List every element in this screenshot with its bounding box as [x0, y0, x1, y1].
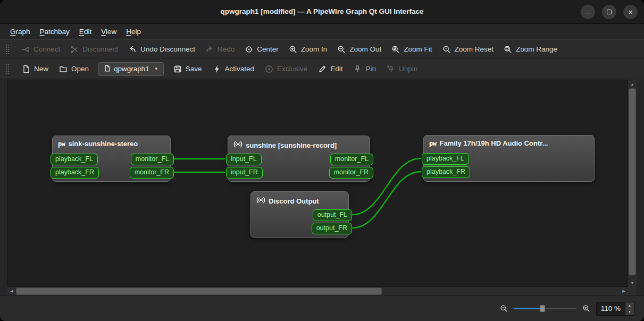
statusbar: 110 % ▲ ▼ [0, 295, 644, 321]
undo-icon [128, 45, 137, 54]
horizontal-scrollbar[interactable]: ◀ ▶ [7, 287, 628, 295]
open-label: Open [71, 65, 89, 73]
activated-bolt-icon [213, 65, 221, 73]
node-header: Discord Output [251, 192, 348, 208]
maximize-button[interactable] [602, 5, 616, 19]
edit-button[interactable]: Edit [317, 62, 344, 76]
port-monitor-fr[interactable]: monitor_FR [329, 167, 373, 179]
center-label: Center [257, 45, 279, 53]
node-header: pw sink-sunshine-stereo [53, 136, 170, 149]
menu-patchbay[interactable]: Patchbay [35, 26, 74, 38]
port-monitor-fr[interactable]: monitor_FR [130, 167, 174, 179]
disconnect-button: Disconnect [69, 43, 119, 56]
file-icon [104, 65, 111, 73]
save-button[interactable]: Save [172, 62, 203, 76]
pin-label: Pin [365, 65, 376, 73]
node-discord-output[interactable]: Discord Output output_FL output_FR [250, 191, 349, 238]
menu-patchbay-label-rest: atchbay [45, 28, 70, 36]
zoom-spinbox[interactable]: 110 % ▲ ▼ [596, 302, 634, 316]
graph-toolbar: Connect Disconnect Undo Disconnect Redo … [0, 39, 644, 59]
open-button[interactable]: Open [58, 62, 90, 76]
minimize-button[interactable]: – [581, 5, 595, 19]
scroll-left-icon[interactable]: ◀ [7, 287, 16, 295]
port-playback-fl[interactable]: playback_FL [51, 154, 98, 165]
menu-edit[interactable]: Edit [74, 26, 96, 38]
spin-up-icon: ▲ [628, 304, 631, 307]
new-file-icon [22, 65, 30, 73]
zoom-out-label: Zoom Out [349, 45, 381, 53]
node-title: Family 17h/19h HD Audio Contr... [439, 139, 548, 147]
zoom-slider[interactable] [514, 303, 576, 314]
disconnect-icon [70, 45, 79, 54]
close-button[interactable]: × [623, 5, 638, 19]
horizontal-scroll-thumb[interactable] [16, 288, 382, 295]
node-sunshine-record[interactable]: sunshine [sunshine-record] input_FL inpu… [228, 136, 370, 182]
disconnect-label: Disconnect [82, 45, 118, 53]
scroll-right-icon[interactable]: ▶ [620, 287, 628, 295]
window-controls: – × [581, 5, 638, 19]
pin-icon [353, 65, 362, 73]
zoom-in-label: Zoom In [301, 45, 328, 53]
redo-icon [205, 45, 214, 54]
minimize-icon: – [586, 9, 590, 16]
spin-down-button[interactable]: ▼ [625, 309, 634, 315]
connect-button: Connect [20, 43, 61, 56]
new-button[interactable]: New [21, 62, 49, 76]
patchbay-file-combo[interactable]: qpwgraph1 ▼ [98, 62, 164, 76]
zoom-reset-button[interactable]: Zoom Reset [441, 43, 495, 56]
graph-canvas[interactable]: pw sink-sunshine-stereo playback_FL play… [7, 80, 628, 287]
exclusive-label: Exclusive [277, 65, 307, 73]
zoom-fit-button[interactable]: Zoom Fit [390, 43, 433, 56]
scroll-down-icon[interactable]: ▼ [628, 278, 637, 287]
port-monitor-fl[interactable]: monitor_FL [131, 154, 174, 165]
undo-disconnect-button[interactable]: Undo Disconnect [127, 43, 196, 56]
toolbar-grip[interactable] [5, 44, 9, 55]
activated-label: Activated [225, 65, 255, 73]
zoom-range-button[interactable]: Zoom Range [503, 43, 558, 56]
unpin-label: Unpin [399, 65, 417, 73]
node-title: sunshine [sunshine-record] [246, 141, 337, 149]
pin-button: Pin [352, 62, 377, 76]
center-icon [245, 45, 253, 54]
toolbar-grip[interactable] [5, 64, 9, 74]
port-playback-fr[interactable]: playback_FR [422, 166, 470, 178]
scrollbar-corner [628, 287, 637, 295]
pipewire-icon: pw [429, 140, 436, 147]
menu-view[interactable]: View [96, 26, 121, 38]
vertical-scrollbar[interactable]: ▲ ▼ [628, 80, 637, 287]
node-header: pw Family 17h/19h HD Audio Contr... [424, 136, 594, 149]
spin-buttons: ▲ ▼ [625, 302, 634, 315]
patchbay-toolbar: New Open qpwgraph1 ▼ Save Activated Excl… [0, 59, 644, 79]
activated-button[interactable]: Activated [212, 62, 256, 76]
scroll-up-icon[interactable]: ▲ [628, 80, 637, 88]
port-monitor-fl[interactable]: monitor_FL [330, 154, 373, 165]
node-sink-sunshine-stereo[interactable]: pw sink-sunshine-stereo playback_FL play… [52, 136, 171, 182]
connect-icon [21, 45, 30, 54]
menu-view-label-rest: iew [106, 28, 116, 36]
titlebar[interactable]: qpwgraph1 [modified] — A PipeWire Graph … [0, 0, 644, 24]
connect-label: Connect [34, 45, 60, 53]
port-input-fl[interactable]: input_FL [226, 154, 262, 165]
port-output-fl[interactable]: output_FL [313, 209, 352, 221]
menu-edit-label: E [79, 28, 84, 36]
zoom-slider-handle[interactable] [540, 305, 545, 312]
center-button[interactable]: Center [244, 43, 280, 56]
spin-up-button[interactable]: ▲ [625, 302, 634, 309]
node-family-hd-audio[interactable]: pw Family 17h/19h HD Audio Contr... play… [423, 135, 595, 182]
zoom-out-button[interactable]: Zoom Out [336, 43, 382, 56]
port-output-fr[interactable]: output_FR [312, 223, 352, 234]
menu-edit-label-rest: dit [84, 28, 91, 36]
monitor-icon [256, 196, 265, 206]
menu-help[interactable]: Help [121, 26, 146, 38]
port-playback-fr[interactable]: playback_FR [51, 167, 99, 179]
port-playback-fl[interactable]: playback_FL [422, 153, 469, 165]
menu-patchbay-label: P [40, 28, 45, 36]
port-input-fr[interactable]: input_FR [226, 167, 263, 179]
zoom-value[interactable]: 110 % [597, 302, 625, 315]
menu-graph[interactable]: Graph [5, 26, 35, 38]
vertical-scroll-thumb[interactable] [629, 88, 636, 275]
zoom-in-button[interactable]: Zoom In [288, 43, 329, 56]
unpin-button: Unpin [386, 62, 419, 76]
zoom-range-label: Zoom Range [516, 45, 557, 53]
menu-view-label: V [101, 28, 106, 36]
